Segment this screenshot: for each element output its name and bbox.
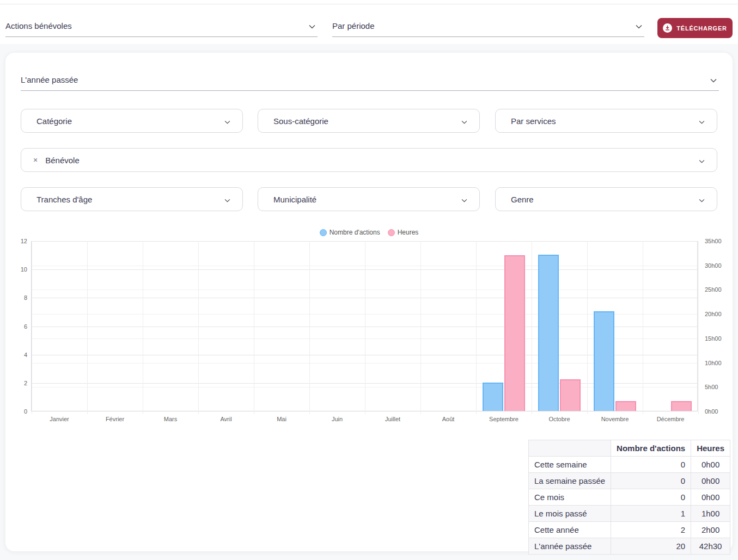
y-axis-right-tick: 5h00 xyxy=(705,384,718,390)
row-hours-value: 0h00 xyxy=(691,473,730,489)
age-range-label: Tranches d'âge xyxy=(21,195,224,204)
period-select[interactable]: Par période xyxy=(332,15,644,37)
row-hours-value: 2h00 xyxy=(691,522,730,538)
gridline-vertical xyxy=(365,241,365,414)
table-corner-cell xyxy=(529,440,611,457)
y-axis-left-tick: 2 xyxy=(10,380,27,386)
legend-label: Nombre d'actions xyxy=(330,229,380,236)
services-label: Par services xyxy=(496,116,699,126)
chevron-down-icon xyxy=(224,116,230,126)
gridline-vertical xyxy=(87,241,88,414)
x-axis-month-label: Avril xyxy=(198,416,254,422)
chevron-down-icon xyxy=(224,195,230,204)
x-axis-month-label: Juillet xyxy=(365,416,420,422)
x-axis-month-label: Février xyxy=(87,416,143,422)
y-axis-left-tick: 4 xyxy=(10,352,27,358)
chevron-down-icon xyxy=(699,156,705,165)
bar-hours xyxy=(615,401,636,411)
gridline-vertical xyxy=(143,241,143,414)
bar-hours xyxy=(671,401,692,411)
period-value: Par période xyxy=(332,21,375,30)
x-axis-month-label: Mai xyxy=(254,416,309,422)
filters-card: L'année passée Catégorie Sous-catégorie … xyxy=(5,53,733,551)
gridline-vertical xyxy=(420,241,421,414)
row-actions-value: 0 xyxy=(611,473,691,489)
table-row: Cette année22h00 xyxy=(529,522,730,538)
legend-item[interactable]: Nombre d'actions xyxy=(320,229,380,236)
summary-table-header: Nombre d'actionsHeures xyxy=(529,440,730,457)
download-label: TÉLÉCHARGER xyxy=(676,25,727,32)
row-hours-value: 42h30 xyxy=(691,538,730,555)
x-axis-month-label: Mars xyxy=(143,416,198,422)
bar-hours xyxy=(504,255,525,411)
y-axis-right-tick: 25h00 xyxy=(705,286,722,293)
row-hours-value: 1h00 xyxy=(691,506,730,522)
y-axis-right-tick: 0h00 xyxy=(705,408,718,415)
legend-item[interactable]: Heures xyxy=(388,229,419,236)
municipality-select[interactable]: Municipalité xyxy=(258,187,480,211)
y-axis-right-tick: 35h00 xyxy=(705,238,722,244)
gridline-vertical xyxy=(198,241,199,414)
table-header-actions: Nombre d'actions xyxy=(611,440,691,457)
row-actions-value: 0 xyxy=(611,457,691,473)
row-actions-value: 20 xyxy=(611,538,691,555)
age-range-select[interactable]: Tranches d'âge xyxy=(21,187,243,211)
table-row: Cette semaine00h00 xyxy=(529,457,730,473)
row-label: Cette semaine xyxy=(529,457,611,473)
gridline-vertical xyxy=(254,241,254,414)
y-axis-left-tick: 8 xyxy=(10,294,27,301)
x-axis-month-label: Janvier xyxy=(32,416,87,422)
category-label: Catégorie xyxy=(21,116,224,126)
y-axis-left-tick: 12 xyxy=(10,238,27,244)
bar-actions xyxy=(483,383,503,411)
x-axis-month-label: Décembre xyxy=(643,416,698,422)
chevron-down-icon xyxy=(710,75,717,84)
y-axis-right-tick: 10h00 xyxy=(705,360,722,366)
services-select[interactable]: Par services xyxy=(495,109,717,133)
dashboard-page: Actions bénévoles Par période TÉLÉCHARGE… xyxy=(0,0,738,560)
x-axis-month-label: Août xyxy=(420,416,476,422)
x-axis-month-label: Octobre xyxy=(532,416,587,422)
volunteer-select[interactable]: × Bénévole xyxy=(21,148,717,172)
gridline-vertical xyxy=(643,241,643,414)
report-type-select[interactable]: Actions bénévoles xyxy=(5,15,318,37)
bar-chart: 0246810120h005h0010h0015h0020h0025h0030h… xyxy=(31,241,698,411)
subcategory-select[interactable]: Sous-catégorie xyxy=(258,109,480,133)
row-label: Ce mois xyxy=(529,489,611,506)
y-axis-left-tick: 0 xyxy=(10,408,27,415)
report-type-value: Actions bénévoles xyxy=(5,21,72,30)
gridline-vertical xyxy=(587,241,588,414)
row-actions-value: 2 xyxy=(611,522,691,538)
gridline-vertical xyxy=(32,241,32,414)
row-hours-value: 0h00 xyxy=(691,489,730,506)
table-row: Ce mois00h00 xyxy=(529,489,730,506)
y-axis-right-tick: 20h00 xyxy=(705,311,722,317)
gridline-actions xyxy=(32,241,697,242)
row-label: L'année passée xyxy=(529,538,611,555)
category-select[interactable]: Catégorie xyxy=(21,109,243,133)
gridline-vertical xyxy=(698,241,699,414)
chevron-down-icon xyxy=(461,116,467,126)
x-axis-month-label: Novembre xyxy=(587,416,643,422)
chevron-down-icon xyxy=(461,195,467,204)
gender-select[interactable]: Genre xyxy=(495,187,717,211)
subcategory-label: Sous-catégorie xyxy=(258,116,461,126)
gridline-vertical xyxy=(476,241,477,414)
gridline-hours xyxy=(32,290,697,290)
table-row: La semaine passée00h00 xyxy=(529,473,730,489)
bar-hours xyxy=(560,379,581,411)
table-header-hours: Heures xyxy=(691,440,730,457)
top-divider xyxy=(0,0,738,4)
download-icon xyxy=(663,23,672,33)
download-button[interactable]: TÉLÉCHARGER xyxy=(657,18,733,38)
bar-actions xyxy=(538,255,559,411)
volunteer-chip-label: Bénévole xyxy=(30,156,699,165)
gridline-hours xyxy=(32,266,697,266)
gender-label: Genre xyxy=(496,195,699,204)
row-actions-value: 0 xyxy=(611,489,691,506)
x-axis-month-label: Septembre xyxy=(476,416,532,422)
date-range-select[interactable]: L'année passée xyxy=(21,69,719,91)
y-axis-right-tick: 30h00 xyxy=(705,262,722,269)
chevron-down-icon xyxy=(699,195,705,204)
bar-actions xyxy=(594,311,614,411)
